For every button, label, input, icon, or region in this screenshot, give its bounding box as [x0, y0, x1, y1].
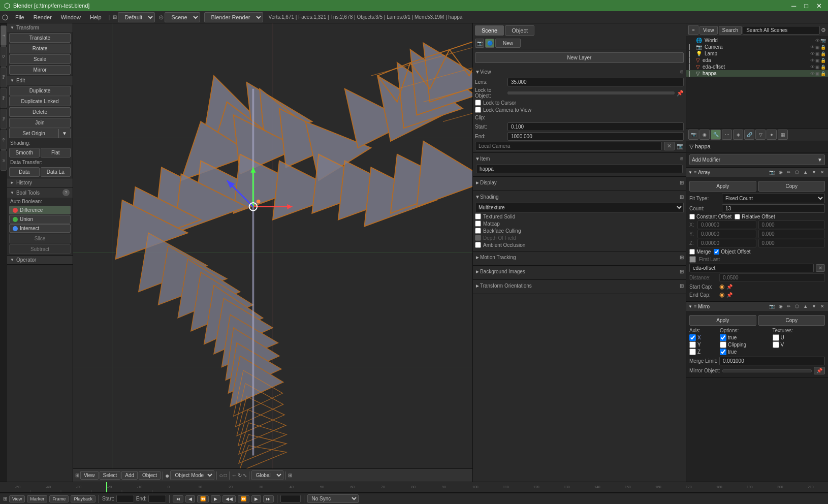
history-header[interactable]: ► History [7, 178, 73, 187]
y-axis-checkbox[interactable] [689, 341, 696, 348]
item-section-header[interactable]: ▼ Item ⊞ [475, 155, 684, 163]
render-icon[interactable]: ▣ [815, 51, 820, 56]
display-section-header[interactable]: ► Display ⊞ [475, 179, 684, 186]
tab-tools[interactable]: T [1, 25, 7, 46]
view-section-header[interactable]: ▼ View ⊞ [475, 68, 684, 76]
array-cage-icon[interactable]: ⬡ [793, 169, 801, 175]
array-copy-button[interactable]: Copy [758, 181, 825, 192]
array-camera-icon[interactable]: 📷 [768, 169, 776, 175]
menu-help[interactable]: Help [86, 13, 106, 21]
clip-end-value[interactable]: 1000.000 [507, 132, 684, 141]
subtract-button[interactable]: Subtract [9, 244, 71, 254]
matcap-checkbox[interactable] [475, 220, 481, 227]
union-button[interactable]: Union [9, 215, 71, 224]
view-timeline-button[interactable]: View [9, 495, 25, 502]
join-button[interactable]: Join [9, 118, 71, 128]
z1-value[interactable]: 0.00000 [697, 239, 756, 247]
lock-icon[interactable]: 🔒 [820, 65, 826, 70]
eye-icon[interactable]: 👁 [810, 65, 815, 70]
mirror-down-icon[interactable]: ▼ [810, 303, 818, 309]
new-layer-button[interactable]: New Layer [475, 52, 684, 63]
outliner-settings-icon[interactable]: ⚙ [821, 27, 826, 34]
constant-offset-checkbox[interactable] [689, 214, 695, 219]
z2-value[interactable]: 0.000 [758, 239, 825, 247]
tab-flip-fluid[interactable]: Fl [1, 150, 7, 171]
difference-button[interactable]: Difference [9, 206, 71, 214]
outliner-item-camera[interactable]: │ 📷 Camera 👁 ▣ 🔒 [686, 44, 828, 50]
bool-tools-help-icon[interactable]: ? [62, 189, 70, 196]
next-frame-button[interactable]: ▶ [251, 495, 261, 502]
flat-button[interactable]: Flat [41, 148, 71, 158]
mirror-cage-icon[interactable]: ⬡ [793, 303, 801, 309]
clipping-checkbox[interactable] [720, 341, 726, 348]
viewport-3d[interactable]: User Ortho [73, 23, 472, 482]
duplicate-button[interactable]: Duplicate [9, 86, 71, 96]
mirror-collapse-icon[interactable]: ▼ [688, 304, 692, 309]
outliner-item-eda-offset[interactable]: │ ▽ eda-offset 👁 ▣ 🔒 [686, 64, 828, 70]
render-icon[interactable]: ▣ [815, 45, 820, 50]
prev-frame-button[interactable]: ◀ [185, 495, 195, 502]
first-last-checkbox[interactable] [689, 256, 696, 263]
obj-data-icon[interactable]: ▽ [755, 130, 766, 140]
object-button[interactable]: Object [139, 471, 161, 480]
data-la-button[interactable]: Data La [41, 167, 71, 177]
current-frame-input[interactable]: 1 [280, 495, 301, 502]
merge-option-checkbox[interactable] [720, 334, 726, 341]
bool-tools-header[interactable]: ▼ Bool Tools ? [7, 187, 73, 198]
lock-camera-checkbox[interactable] [475, 107, 481, 113]
textured-solid-checkbox[interactable] [475, 213, 481, 219]
item-name-value[interactable]: happa [476, 165, 683, 173]
prev-keyframe-button[interactable]: ⏪ [197, 495, 209, 502]
jump-start-button[interactable]: ⏮ [173, 495, 183, 502]
material-icon[interactable]: ● [767, 130, 777, 140]
lock-object-input[interactable] [507, 91, 675, 94]
outliner-item-eda[interactable]: │ ▽ eda 👁 ▣ 🔒 [686, 57, 828, 64]
array-delete-icon[interactable]: ✕ [819, 169, 826, 175]
z-axis-checkbox[interactable] [689, 349, 696, 355]
array-collapse-icon[interactable]: ▼ [688, 170, 692, 175]
view-button[interactable]: View [80, 471, 99, 480]
all-scenes-value[interactable]: Search All Scenes [743, 26, 820, 35]
playback-button[interactable]: Playback [71, 495, 95, 502]
array-render-icon[interactable]: ◉ [777, 169, 784, 175]
texture-icon[interactable]: ▦ [778, 130, 788, 140]
shading-section-header[interactable]: ▼ Shading ⊞ [475, 193, 684, 201]
jump-end-button[interactable]: ⏭ [263, 495, 274, 502]
end-frame-input[interactable]: 250 [148, 495, 166, 502]
marker-button[interactable]: Marker [27, 495, 47, 502]
outliner-item-happa[interactable]: │ ▽ happa 👁 ▣ 🔒 [686, 70, 828, 77]
scale-icon[interactable]: ⤡ [243, 472, 247, 478]
eye-icon[interactable]: 👁 [810, 58, 815, 63]
scene-tab[interactable]: Scene [475, 25, 504, 36]
merge-checkbox[interactable] [689, 249, 695, 255]
set-origin-arrow-button[interactable]: ▼ [58, 129, 71, 138]
eye-icon[interactable]: 👁 [815, 38, 820, 43]
sync-selector[interactable]: No Sync Frame Dropping Sync to Audio [307, 494, 359, 503]
operator-header[interactable]: ▼ Operator [7, 256, 73, 264]
render-icon[interactable]: ▣ [815, 65, 820, 70]
intersect-button[interactable]: Intersect [9, 224, 71, 233]
camera-settings-icon[interactable]: 📷 [677, 143, 684, 149]
tab-grease-pencil[interactable]: Gr [1, 130, 7, 150]
outliner-item-lamp[interactable]: │ 💡 Lamp 👁 ▣ 🔒 [686, 50, 828, 57]
mirror-apply-button[interactable]: Apply [689, 315, 756, 326]
camera-mod-icon[interactable]: 📷 [688, 130, 698, 140]
mode-selector[interactable]: Object Mode Edit Mode [170, 470, 214, 480]
eda-offset-value[interactable]: eda-offset [689, 264, 814, 272]
minimize-button[interactable]: ─ [789, 2, 798, 10]
mirror-edit-icon[interactable]: ✏ [785, 303, 792, 309]
mirror-up-icon[interactable]: ▲ [802, 303, 809, 309]
smooth-button[interactable]: Smooth [9, 148, 40, 158]
delete-button[interactable]: Delete [9, 107, 71, 117]
world-icon[interactable]: 🔵 [485, 39, 494, 48]
x2-value[interactable]: 0.000 [758, 220, 825, 229]
shading-type-selector[interactable]: Multitexture GLSL Solid [475, 203, 684, 212]
array-edit-icon[interactable]: ✏ [785, 169, 792, 175]
y1-value[interactable]: 0.00000 [697, 230, 756, 238]
translate-button[interactable]: Translate [9, 33, 71, 43]
start-frame-input[interactable]: 1 [116, 495, 134, 502]
ambient-occlusion-checkbox[interactable] [475, 242, 481, 248]
add-modifier-button[interactable]: Add Modifier ▼ [689, 154, 825, 165]
pivot-selector[interactable]: Global Local Normal [251, 470, 283, 480]
play-button[interactable]: ▶ [211, 495, 220, 502]
